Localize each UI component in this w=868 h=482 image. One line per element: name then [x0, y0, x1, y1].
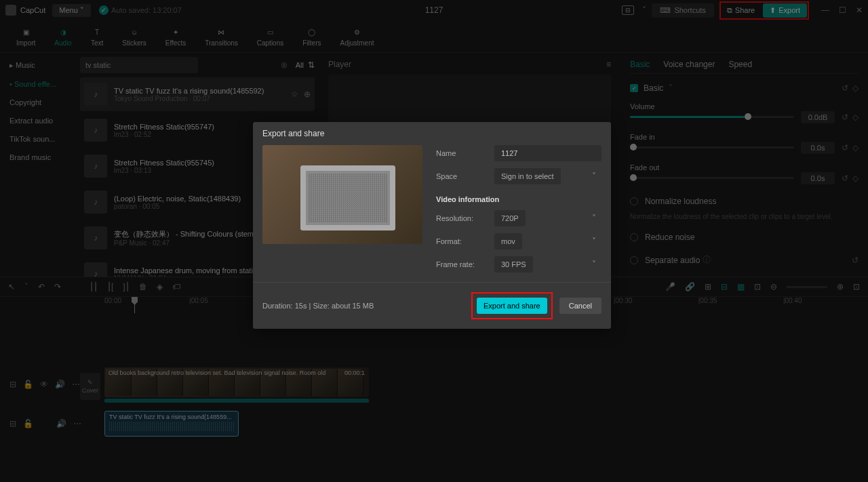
favorite-icon[interactable]: ☆: [291, 89, 298, 99]
separate-audio-checkbox[interactable]: [630, 256, 638, 264]
fadein-label: Fade in: [630, 133, 859, 141]
sidebar-copyright[interactable]: Copyright: [3, 94, 73, 111]
space-select[interactable]: Sign in to select: [494, 168, 561, 184]
mute-icon[interactable]: 🔊: [56, 419, 66, 428]
shortcuts-button[interactable]: ⌨ Shortcuts: [652, 3, 713, 18]
player-menu-icon[interactable]: ≡: [606, 60, 611, 69]
minimize-button[interactable]: —: [821, 5, 829, 15]
trim-left-button[interactable]: ⎮[: [107, 282, 113, 292]
fadeout-slider[interactable]: [630, 177, 794, 179]
sidebar-extract-audio[interactable]: Extract audio: [3, 113, 73, 129]
app-name: CapCut: [20, 6, 45, 14]
keyframe-icon[interactable]: ◇: [852, 83, 859, 93]
basic-checkbox[interactable]: ✓: [630, 84, 638, 92]
normalize-checkbox[interactable]: [630, 197, 638, 205]
tab-captions[interactable]: ▭Captions: [248, 26, 293, 47]
lock-icon[interactable]: 🔓: [23, 380, 33, 389]
fadein-value[interactable]: 0.0s: [801, 142, 835, 154]
preview-button[interactable]: ▦: [737, 282, 745, 292]
share-button[interactable]: ⧉ Share: [722, 3, 760, 18]
tab-import[interactable]: ▣Import: [7, 26, 45, 47]
cursor-tool[interactable]: ↖: [8, 282, 15, 292]
add-icon[interactable]: ⊕: [304, 89, 311, 99]
collapse-icon[interactable]: ⊟: [9, 380, 16, 389]
tab-filters[interactable]: ◯Filters: [293, 26, 330, 47]
export-and-share-button[interactable]: Export and share: [477, 298, 547, 314]
undo-button[interactable]: ↶: [38, 282, 45, 292]
tab-stickers[interactable]: ☺Stickers: [113, 26, 156, 47]
volume-value[interactable]: 0.0dB: [801, 111, 835, 123]
tab-audio[interactable]: ◑Audio: [45, 26, 81, 47]
maximize-button[interactable]: ☐: [839, 5, 846, 15]
sound-thumb-icon: ♪: [84, 155, 107, 178]
split-button[interactable]: ⎮⎮: [90, 282, 98, 292]
snap2-button[interactable]: ⊟: [721, 282, 728, 292]
tab-adjustment[interactable]: ⚙Adjustment: [330, 26, 383, 47]
tab-speed[interactable]: Speed: [728, 60, 752, 69]
zoom-out-button[interactable]: ⊖: [770, 282, 777, 292]
tab-text[interactable]: TText: [81, 26, 113, 47]
search-input[interactable]: [80, 57, 198, 73]
tab-effects[interactable]: ✦Effects: [156, 26, 195, 47]
info-icon[interactable]: ⓘ: [703, 254, 711, 266]
sidebar-music[interactable]: ▸ Music: [3, 57, 73, 74]
menu-button[interactable]: Menu ˅: [52, 4, 91, 17]
snap-button[interactable]: ⊞: [705, 282, 711, 292]
lock-icon[interactable]: 🔓: [23, 419, 33, 428]
audio-clip[interactable]: TV static TV fuzz It's a rising sound(14…: [104, 411, 239, 437]
sidebar-sound-effects[interactable]: • Sound effe...: [3, 76, 73, 92]
link-button[interactable]: 🔗: [685, 282, 695, 292]
mic-button[interactable]: 🎤: [665, 282, 675, 292]
keyframe-icon[interactable]: ◇: [852, 143, 859, 153]
reset-icon[interactable]: ↺: [842, 83, 848, 93]
format-label: Format:: [436, 237, 488, 245]
reduce-noise-label: Reduce noise: [645, 233, 694, 242]
close-button[interactable]: ✕: [856, 5, 863, 15]
collapse-icon[interactable]: ⊟: [9, 419, 16, 428]
export-button[interactable]: ⬆ Export: [763, 3, 807, 18]
volume-slider[interactable]: [630, 116, 794, 118]
mute-icon[interactable]: 🔊: [55, 380, 65, 389]
reset-icon[interactable]: ↺: [842, 113, 848, 122]
filter-all[interactable]: All: [296, 61, 304, 69]
sidebar-tiktok-sound[interactable]: TikTok soun...: [3, 131, 73, 147]
screen-button[interactable]: ⊡: [754, 282, 761, 292]
fadein-slider[interactable]: [630, 146, 794, 148]
video-audio-track[interactable]: [104, 399, 369, 403]
resolution-select[interactable]: 720P: [494, 210, 526, 226]
video-clip[interactable]: Old books background retro television se…: [104, 367, 369, 397]
framerate-select[interactable]: 30 FPS: [494, 256, 533, 273]
reset-icon[interactable]: ↺: [852, 256, 859, 265]
sound-item[interactable]: ♪ TV static TV fuzz It's a rising sound(…: [80, 77, 315, 111]
trim-right-button[interactable]: ]⎮: [123, 282, 129, 292]
sidebar-brand-music[interactable]: Brand music: [3, 149, 73, 165]
transitions-icon: ⋈: [215, 26, 227, 38]
reset-icon[interactable]: ↺: [842, 143, 848, 153]
format-select[interactable]: mov: [494, 233, 522, 249]
reduce-noise-checkbox[interactable]: [630, 233, 638, 241]
fadeout-value[interactable]: 0.0s: [801, 172, 835, 184]
tab-voice-changer[interactable]: Voice changer: [663, 60, 715, 69]
name-input[interactable]: [494, 145, 601, 161]
playhead[interactable]: [134, 297, 135, 313]
redo-button[interactable]: ↷: [54, 282, 61, 292]
clear-search-icon[interactable]: ⊗: [281, 60, 288, 70]
delete-button[interactable]: 🗑: [139, 282, 147, 292]
keyboard-icon: ⌨: [660, 6, 671, 15]
marker-button[interactable]: 🏷: [172, 282, 180, 292]
tab-basic[interactable]: Basic: [630, 60, 650, 69]
reset-icon[interactable]: ↺: [842, 174, 848, 183]
fit-button[interactable]: ⊡: [853, 282, 860, 292]
crop-button[interactable]: ◈: [157, 282, 163, 292]
visibility-icon[interactable]: 👁: [40, 380, 48, 389]
tab-transitions[interactable]: ⋈Transitions: [195, 26, 248, 47]
sort-icon[interactable]: ⇅: [308, 60, 315, 70]
more-icon[interactable]: ⋯: [72, 380, 80, 389]
more-icon[interactable]: ⋯: [73, 419, 81, 428]
cover-button[interactable]: ✎ Cover: [80, 373, 100, 400]
keyframe-icon[interactable]: ◇: [852, 174, 859, 183]
aspect-ratio-button[interactable]: ⊟: [622, 5, 634, 15]
cancel-button[interactable]: Cancel: [559, 298, 601, 314]
keyframe-icon[interactable]: ◇: [852, 113, 859, 122]
zoom-in-button[interactable]: ⊕: [837, 282, 844, 292]
